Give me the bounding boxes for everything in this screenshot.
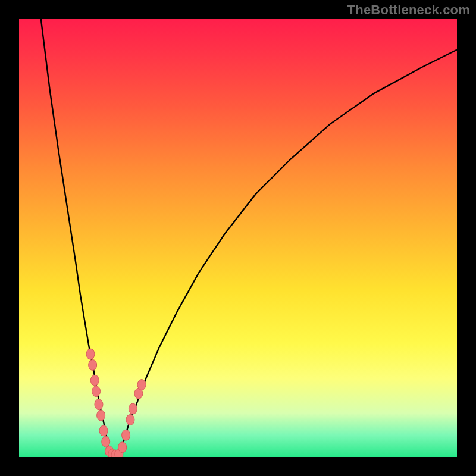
chart-svg <box>19 19 457 457</box>
chart-frame: TheBottleneck.com <box>0 0 476 476</box>
data-marker <box>89 359 97 370</box>
data-marker <box>86 349 95 359</box>
data-marker <box>137 380 146 390</box>
data-marker <box>95 399 103 410</box>
data-marker <box>97 410 105 421</box>
data-marker <box>126 414 134 425</box>
data-marker <box>122 430 130 440</box>
watermark-text: TheBottleneck.com <box>347 2 470 18</box>
curve-right <box>120 50 457 457</box>
data-marker <box>129 403 137 414</box>
data-marker <box>90 375 99 386</box>
data-marker <box>99 425 108 436</box>
curve-layer <box>41 19 457 457</box>
data-marker <box>118 442 127 453</box>
chart-plot-area <box>19 19 457 457</box>
data-marker <box>92 386 101 397</box>
data-marker <box>102 436 110 447</box>
